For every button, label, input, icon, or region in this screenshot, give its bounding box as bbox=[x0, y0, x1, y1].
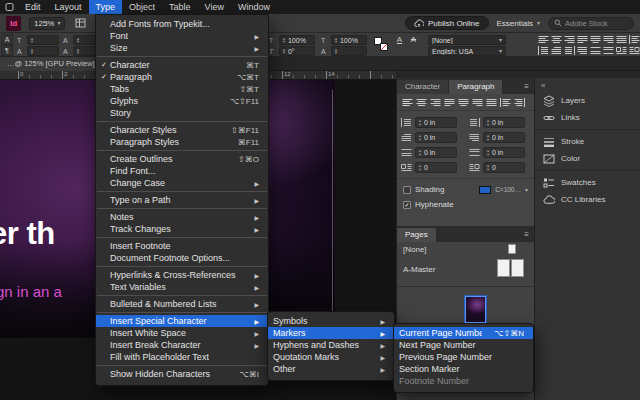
spinner-icon[interactable]: ▲▼ bbox=[418, 164, 422, 171]
dock-item-stroke[interactable]: Stroke bbox=[535, 133, 640, 150]
submenu-item-quotation-marks[interactable]: Quotation Marks▶ bbox=[268, 351, 394, 363]
tab-character[interactable]: Character bbox=[397, 80, 449, 94]
menu-item-character-styles[interactable]: Character Styles⇧⌘F11 bbox=[96, 124, 268, 136]
submenu-item-other[interactable]: Other▶ bbox=[268, 363, 394, 375]
menu-item-section-marker[interactable]: Section Marker bbox=[394, 363, 533, 375]
menu-item-insert-footnote[interactable]: Insert Footnote bbox=[96, 240, 268, 252]
menu-item-paragraph[interactable]: ✓Paragraph⌥⌘T bbox=[96, 71, 268, 83]
menu-item-insert-break-character[interactable]: Insert Break Character▶ bbox=[96, 339, 268, 351]
spinner-icon[interactable]: ▲▼ bbox=[334, 37, 338, 44]
justify-center-icon[interactable] bbox=[590, 35, 601, 44]
zoom-control[interactable]: 125% ▾ bbox=[29, 17, 65, 30]
submenu-item-markers[interactable]: Markers▶ bbox=[268, 327, 394, 339]
align-away-spine-button[interactable] bbox=[514, 98, 525, 107]
drop-cap-lines-field[interactable]: ▲▼0 bbox=[415, 162, 457, 173]
dock-item-swatches[interactable]: Swatches bbox=[535, 174, 640, 191]
submenu-item-hyphens-and-dashes[interactable]: Hyphens and Dashes▶ bbox=[268, 339, 394, 351]
left-indent-field[interactable]: ▲▼0 in bbox=[415, 117, 457, 128]
menu-item-character[interactable]: ✓Character⌘T bbox=[96, 59, 268, 71]
tab-paragraph[interactable]: Paragraph bbox=[449, 80, 503, 94]
master-none-row[interactable]: [None] bbox=[397, 242, 534, 256]
justify-all-icon[interactable] bbox=[616, 35, 627, 44]
fill-stroke-swatches[interactable] bbox=[374, 37, 390, 53]
menu-item-document-footnote-options[interactable]: Document Footnote Options... bbox=[96, 252, 268, 264]
space-before-field[interactable]: ▲▼0 in bbox=[415, 147, 457, 158]
menu-item-fill-with-placeholder-text[interactable]: Fill with Placeholder Text bbox=[96, 351, 268, 363]
character-mode-button[interactable]: A bbox=[1, 34, 13, 45]
space-after-icon[interactable] bbox=[603, 46, 614, 55]
menu-layout[interactable]: Layout bbox=[48, 0, 89, 14]
menu-item-insert-white-space[interactable]: Insert White Space▶ bbox=[96, 327, 268, 339]
hyphenate-checkbox[interactable]: ✓ bbox=[403, 201, 411, 209]
font-size-field[interactable]: ▲▼ bbox=[27, 35, 59, 45]
search-input[interactable] bbox=[565, 19, 628, 28]
drop-cap-chars-icon[interactable] bbox=[629, 46, 640, 55]
spinner-icon[interactable]: ▲▼ bbox=[486, 149, 490, 156]
drop-cap-lines-icon[interactable] bbox=[616, 46, 627, 55]
menu-item-find-font[interactable]: Find Font... bbox=[96, 165, 268, 177]
menu-object[interactable]: Object bbox=[122, 0, 162, 14]
spinner-icon[interactable]: ▲▼ bbox=[282, 48, 286, 55]
publish-online-button[interactable]: Publish Online bbox=[405, 16, 489, 30]
spinner-icon[interactable]: ▲▼ bbox=[486, 119, 490, 126]
panel-menu-icon[interactable]: ≡ bbox=[519, 228, 534, 242]
menu-item-size[interactable]: Size▶ bbox=[96, 42, 268, 54]
menu-item-add-fonts[interactable]: Add Fonts from Typekit... bbox=[96, 18, 268, 30]
last-line-indent-field[interactable]: ▲▼0 in bbox=[483, 132, 525, 143]
shading-checkbox[interactable] bbox=[403, 186, 411, 194]
spinner-icon[interactable]: ▲▼ bbox=[418, 134, 422, 141]
menu-item-text-variables[interactable]: Text Variables▶ bbox=[96, 281, 268, 293]
menu-type[interactable]: Type bbox=[89, 0, 123, 14]
dock-item-color[interactable]: Color bbox=[535, 150, 640, 167]
master-a-row[interactable]: A-Master bbox=[397, 256, 534, 282]
style-dropdown[interactable]: [None] ▾ bbox=[428, 35, 506, 45]
spinner-icon[interactable]: ▲▼ bbox=[282, 37, 286, 44]
align-toward-spine-button[interactable] bbox=[500, 98, 511, 107]
menu-item-type-on-a-path[interactable]: Type on a Path▶ bbox=[96, 194, 268, 206]
menu-item-story[interactable]: Story bbox=[96, 107, 268, 119]
underline-button[interactable]: A bbox=[394, 34, 405, 45]
strikethrough-button[interactable]: A bbox=[408, 34, 419, 45]
language-dropdown[interactable]: English: USA ▾ bbox=[428, 46, 506, 56]
align-right-button[interactable] bbox=[430, 98, 441, 107]
menu-item-show-hidden-characters[interactable]: Show Hidden Characters⌥⌘I bbox=[96, 368, 268, 380]
menu-item-glyphs[interactable]: Glyphs⌥⇧F11 bbox=[96, 95, 268, 107]
spinner-icon[interactable]: ▲▼ bbox=[30, 37, 34, 44]
align-left-button[interactable] bbox=[402, 98, 413, 107]
dock-item-cc-libraries[interactable]: CC Libraries bbox=[535, 191, 640, 208]
spinner-icon[interactable]: ▲▼ bbox=[334, 48, 338, 55]
spinner-icon[interactable]: ▲▼ bbox=[486, 134, 490, 141]
menu-item-current-page-number[interactable]: Current Page Number⌥⇧⌘N bbox=[394, 327, 533, 339]
space-after-field[interactable]: ▲▼0 in bbox=[483, 147, 525, 158]
spinner-icon[interactable]: ▲▼ bbox=[76, 37, 80, 44]
first-line-indent-icon[interactable] bbox=[551, 46, 562, 55]
menu-item-next-page-number[interactable]: Next Page Number bbox=[394, 339, 533, 351]
menu-item-notes[interactable]: Notes▶ bbox=[96, 211, 268, 223]
right-indent-field[interactable]: ▲▼0 in bbox=[483, 117, 525, 128]
spinner-icon[interactable]: ▲▼ bbox=[418, 149, 422, 156]
spinner-icon[interactable]: ▲▼ bbox=[486, 164, 490, 171]
page-1-thumbnail[interactable] bbox=[465, 296, 486, 323]
left-indent-icon[interactable] bbox=[538, 46, 549, 55]
menu-item-paragraph-styles[interactable]: Paragraph Styles⌘F11 bbox=[96, 136, 268, 148]
collapse-panels-icon[interactable]: « bbox=[541, 81, 545, 90]
skew-field[interactable]: ▲▼ 0° bbox=[279, 46, 315, 56]
justify-right-icon[interactable] bbox=[603, 35, 614, 44]
justify-all-button[interactable] bbox=[486, 98, 497, 107]
shading-color-swatch[interactable] bbox=[479, 186, 491, 194]
menu-window[interactable]: Window bbox=[231, 0, 277, 14]
view-options-icon[interactable] bbox=[73, 17, 87, 30]
stock-search[interactable] bbox=[548, 17, 634, 30]
justify-right-button[interactable] bbox=[472, 98, 483, 107]
align-left-icon[interactable] bbox=[538, 35, 549, 44]
menu-item-insert-special-character[interactable]: Insert Special Character▶ bbox=[96, 315, 268, 327]
menu-item-font[interactable]: Font▶ bbox=[96, 30, 268, 42]
justify-center-button[interactable] bbox=[458, 98, 469, 107]
menu-item-hyperlinks-cross-references[interactable]: Hyperlinks & Cross-References▶ bbox=[96, 269, 268, 281]
align-center-button[interactable] bbox=[416, 98, 427, 107]
paragraph-mode-button[interactable]: ¶ bbox=[1, 45, 13, 56]
spinner-icon[interactable]: ▲▼ bbox=[418, 119, 422, 126]
app-menu-icon[interactable] bbox=[0, 0, 18, 14]
menu-table[interactable]: Table bbox=[162, 0, 198, 14]
space-before-icon[interactable] bbox=[590, 46, 601, 55]
